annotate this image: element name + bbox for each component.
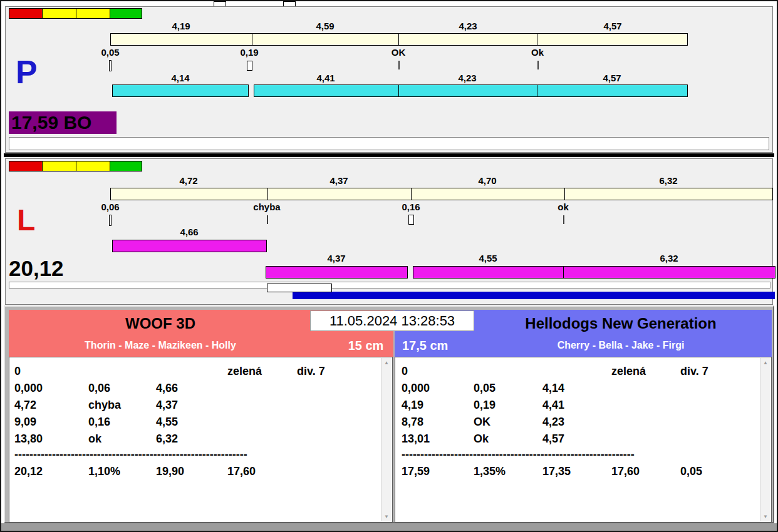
result-cell: 1,35%	[474, 465, 506, 478]
lane-p-status-strip	[9, 137, 769, 150]
split-time-label: 6,32	[640, 175, 697, 186]
split-bar-segment	[111, 34, 252, 45]
result-cell: 17,35	[542, 465, 571, 478]
split-bar-segment	[398, 34, 537, 45]
scroll-up-icon[interactable]: ▲	[381, 358, 392, 367]
lane-l-split-bar	[110, 188, 773, 200]
scoreboard-panel: WOOF 3D Thorin - Maze - Mazikeen - Holly…	[4, 305, 774, 523]
result-cell: zelená	[227, 365, 262, 378]
run-time-label: 4,66	[161, 227, 217, 237]
time-bar-segment	[413, 267, 563, 278]
team-left-results: 0 zelená div. 7 0,000 0,06 4,66 4,72 chy…	[9, 357, 393, 523]
marker-label: 0,06	[82, 202, 138, 212]
scrollbar[interactable]: ▲ ▼	[381, 358, 392, 521]
result-cell: 4,19	[402, 399, 423, 412]
marker-tick	[247, 61, 252, 71]
marker-label: 0,19	[221, 47, 277, 58]
lane-p-section: P 4,19 4,59 4,23 4,57 0,05 0,19 OK Ok 4,…	[5, 6, 773, 153]
lane-l-progress-bar	[293, 292, 775, 299]
result-cell: 20,12	[14, 465, 43, 478]
marker-label: 0,16	[383, 202, 439, 212]
scroll-down-icon[interactable]: ▼	[760, 512, 770, 521]
result-cell: 0,16	[88, 416, 110, 429]
split-time-label: 4,19	[153, 21, 209, 31]
split-time-label: 4,57	[584, 21, 641, 31]
marker-tick	[109, 60, 112, 71]
result-cell: div. 7	[297, 365, 325, 378]
result-cell: 9,09	[14, 416, 36, 429]
scrollbar[interactable]: ▲ ▼	[760, 358, 770, 521]
run-time-label: 4,37	[308, 253, 365, 263]
marker-tick	[398, 61, 400, 69]
run-time-label: 4,57	[584, 73, 640, 83]
result-cell: OK	[474, 416, 490, 429]
team-right-results: 0 zelená div. 7 0,000 0,05 4,14 4,19 0,1…	[395, 357, 772, 523]
result-separator: ----------------------------------------…	[402, 448, 635, 461]
green-light-icon	[110, 161, 142, 171]
lane-p-start-lights	[9, 8, 142, 19]
result-cell: 8,78	[402, 416, 423, 429]
yellow-light-icon	[76, 161, 110, 171]
scroll-up-icon[interactable]: ▲	[760, 358, 770, 367]
split-time-label: 4,23	[440, 21, 496, 31]
result-cell: zelená	[611, 365, 646, 378]
run-time-label: 6,32	[641, 253, 697, 263]
window-footer-strip	[1, 523, 777, 531]
time-bar-segment	[113, 240, 266, 252]
result-separator: ----------------------------------------…	[14, 448, 247, 461]
split-bar-segment	[411, 188, 564, 200]
lane-l-time-bar-first	[112, 240, 267, 252]
lane-l-start-lights	[9, 161, 142, 171]
result-cell: 1,10%	[88, 465, 120, 478]
marker-label: Ok	[509, 47, 566, 58]
result-cell: 4,41	[542, 399, 564, 412]
lane-l-status-strip	[9, 282, 770, 289]
lane-l-letter: L	[17, 205, 35, 235]
result-cell: 13,80	[14, 432, 43, 446]
scroll-down-icon[interactable]: ▼	[381, 512, 392, 521]
result-cell: 0,05	[474, 382, 495, 395]
marker-label: ok	[535, 202, 591, 212]
red-light-icon	[9, 8, 43, 19]
marker-tick	[408, 215, 414, 225]
result-cell: 17,60	[611, 465, 640, 478]
green-light-icon	[110, 8, 142, 19]
time-bar-segment	[254, 85, 398, 96]
yellow-light-icon	[43, 8, 76, 19]
split-bar-segment	[111, 188, 267, 200]
marker-label: OK	[370, 47, 427, 58]
run-time-label: 4,55	[460, 253, 516, 263]
lane-l-marker-box	[267, 284, 332, 292]
result-cell: 17,59	[402, 465, 430, 478]
time-bar-segment	[398, 85, 536, 96]
lane-p-time-bar-first	[112, 84, 249, 97]
marker-label: chyba	[239, 202, 295, 212]
race-timer-window: P 4,19 4,59 4,23 4,57 0,05 0,19 OK Ok 4,…	[0, 0, 778, 532]
lane-l-time-bar	[413, 266, 775, 279]
lane-l-section: L 4,72 4,37 4,70 6,32 0,06 chyba 0,16 ok…	[5, 158, 773, 305]
result-cell: 0,19	[474, 399, 495, 412]
split-bar-segment	[564, 188, 772, 200]
run-time-label: 4,14	[152, 73, 209, 83]
result-cell: 19,90	[156, 465, 184, 478]
result-cell: 6,32	[156, 432, 178, 446]
split-bar-segment	[267, 188, 412, 200]
split-time-label: 4,59	[297, 21, 353, 31]
result-cell: 4,23	[542, 416, 564, 429]
split-bar-segment	[252, 34, 398, 45]
result-cell: 4,66	[156, 382, 178, 395]
split-time-label: 4,70	[459, 175, 516, 186]
result-cell: 0,06	[88, 382, 110, 395]
team-left-jump-height: 15 cm	[335, 339, 397, 353]
result-cell: 0,000	[14, 382, 43, 395]
lane-l-time-bar	[266, 266, 408, 279]
marker-tick	[563, 215, 564, 224]
time-bar-segment	[113, 85, 248, 96]
time-bar-segment	[563, 267, 775, 278]
result-cell: 0	[14, 365, 21, 378]
split-time-label: 4,37	[311, 175, 367, 186]
result-cell: div. 7	[680, 365, 708, 378]
datetime-display: 11.05.2024 13:28:53	[310, 310, 474, 331]
result-cell: Ok	[474, 432, 489, 446]
result-cell: 4,57	[542, 432, 564, 446]
